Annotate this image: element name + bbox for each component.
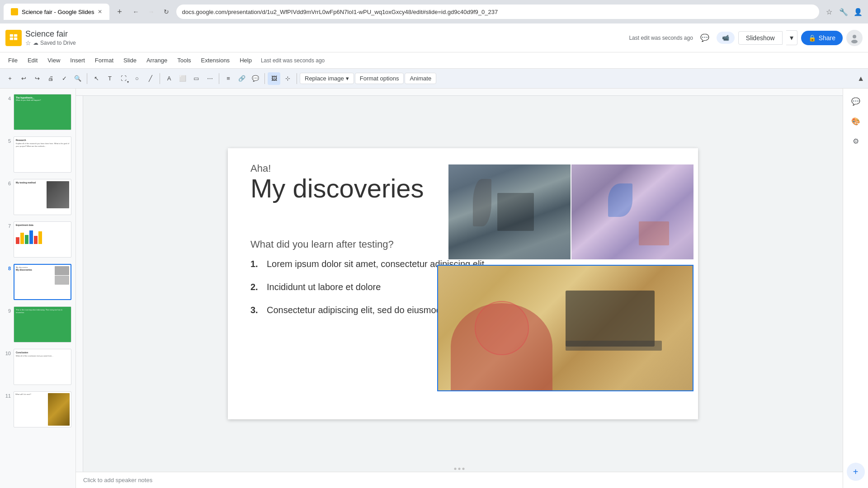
add-sidebar-button[interactable]: +	[847, 463, 865, 481]
last-edit-menu: Last edit was seconds ago	[261, 57, 325, 64]
slide-thumb-5[interactable]: 5 Research Explain all of the research y…	[2, 135, 74, 174]
menu-format[interactable]: Format	[90, 55, 118, 66]
slide-num-10: 10	[4, 351, 11, 356]
tab-title: Science fair - Google Slides	[22, 9, 94, 15]
image-bottom-selected[interactable]	[437, 265, 693, 391]
link-tool[interactable]: 🔗	[236, 72, 248, 85]
undo-button[interactable]: ↩	[17, 72, 30, 85]
animate-button[interactable]: Animate	[405, 73, 436, 84]
bookmark-icon[interactable]: ☆	[823, 5, 835, 18]
slide-canvas[interactable]: Aha! My discoveries What did you learn a…	[228, 148, 698, 419]
separator-2	[160, 73, 160, 84]
browser-tab[interactable]: Science fair - Google Slides ✕	[4, 4, 109, 20]
shapes-tool[interactable]: ○	[131, 72, 143, 85]
share-label: Share	[819, 34, 835, 42]
browser-chrome: Science fair - Google Slides ✕ + ← → ↻ d…	[0, 0, 868, 23]
slide-thumb-10[interactable]: 10 Conclusion Write all of the conclusio…	[2, 347, 74, 387]
text-tool[interactable]: T	[104, 72, 116, 85]
saved-status: Saved to Drive	[40, 40, 76, 46]
meet-button[interactable]: 📹	[717, 32, 735, 44]
crop-tool[interactable]: ⊹	[281, 72, 294, 85]
slide-thumb-9[interactable]: 9 This is the most important takeaway. T…	[2, 305, 74, 344]
add-button[interactable]: +	[4, 72, 16, 85]
forward-button[interactable]: →	[145, 5, 157, 18]
slideshow-button[interactable]: Slideshow	[738, 31, 783, 45]
menu-extensions[interactable]: Extensions	[197, 55, 235, 66]
slide-thumb-11[interactable]: 11 What will I do next?	[2, 389, 74, 429]
redo-button[interactable]: ↪	[31, 72, 43, 85]
replace-image-button[interactable]: Replace image ▾	[300, 73, 354, 84]
menu-file[interactable]: File	[4, 55, 22, 66]
collapse-toolbar-button[interactable]: ▲	[857, 75, 864, 83]
avatar[interactable]	[846, 30, 863, 46]
canvas-container[interactable]: Aha! My discoveries What did you learn a…	[76, 96, 843, 472]
zoom-button[interactable]: 🔍	[71, 72, 84, 85]
reload-button[interactable]: ↻	[160, 5, 173, 18]
print-button[interactable]: 🖨	[44, 72, 57, 85]
close-icon[interactable]: ✕	[98, 9, 102, 15]
font-color-tool[interactable]: A	[163, 72, 175, 85]
app-icon	[5, 30, 22, 46]
profile-icon[interactable]: 👤	[852, 5, 864, 18]
lines-tool[interactable]: ╱	[144, 72, 157, 85]
extension-icon[interactable]: 🔧	[837, 5, 850, 18]
border-tool[interactable]: ▭	[190, 72, 203, 85]
slide-thumb-8[interactable]: 8 My discoveries My discoveries	[2, 262, 74, 302]
browser-actions: ☆ 🔧 👤	[823, 5, 864, 18]
replace-image-chevron: ▾	[346, 75, 349, 82]
tab-favicon	[11, 8, 18, 15]
menu-arrange[interactable]: Arrange	[142, 55, 172, 66]
menu-insert[interactable]: Insert	[66, 55, 90, 66]
star-icon[interactable]: ☆	[25, 39, 31, 47]
image-tool[interactable]: ⛶ ▾	[117, 72, 130, 85]
new-tab-button[interactable]: +	[113, 5, 126, 18]
comment-tool[interactable]: 💬	[249, 72, 262, 85]
slide-num-8: 8	[4, 266, 11, 271]
menu-tools[interactable]: Tools	[173, 55, 195, 66]
slide-preview-4: The hypothesis... What do you think will…	[14, 94, 71, 130]
svg-rect-1	[14, 34, 17, 37]
comment-sidebar-button[interactable]: 💬	[847, 92, 865, 110]
menu-edit[interactable]: Edit	[23, 55, 42, 66]
slide-num-6: 6	[4, 181, 11, 186]
menu-help[interactable]: Help	[235, 55, 256, 66]
slides-panel[interactable]: 4 The hypothesis... What do you think wi…	[0, 89, 76, 488]
slide-thumb-6[interactable]: 6 My testing method	[2, 177, 74, 217]
menu-view[interactable]: View	[43, 55, 65, 66]
settings-sidebar-button[interactable]: ⚙	[847, 132, 865, 150]
slideshow-dropdown-button[interactable]: ▾	[786, 30, 797, 45]
app-title[interactable]: Science fair	[25, 29, 76, 39]
cursor-tool[interactable]: ↖	[90, 72, 103, 85]
align-left-tool[interactable]: ≡	[222, 72, 235, 85]
background-tool[interactable]: ⬜	[176, 72, 189, 85]
image-top-left[interactable]	[448, 164, 571, 259]
palette-sidebar-button[interactable]: 🎨	[847, 112, 865, 130]
comments-button[interactable]: 💬	[697, 30, 713, 46]
notes-placeholder[interactable]: Click to add speaker notes	[83, 477, 152, 483]
app-title-area: Science fair ☆ ☁ Saved to Drive	[25, 29, 76, 47]
back-button[interactable]: ←	[129, 5, 142, 18]
image-context-tool[interactable]: 🖼	[268, 72, 280, 85]
slide-num-7: 7	[4, 223, 11, 229]
share-button[interactable]: 🔒 Share	[801, 31, 843, 45]
svg-rect-2	[10, 38, 13, 40]
slide-main-title[interactable]: My discoveries	[250, 173, 424, 203]
toolbar: + ↩ ↪ 🖨 ✓ 🔍 ↖ T ⛶ ▾ ○ ╱ A ⬜ ▭ ⋯ ≡ 🔗 💬 🖼 …	[0, 69, 868, 89]
slide-thumb-7[interactable]: 7 Experiment data	[2, 220, 74, 259]
address-bar[interactable]: docs.google.com/presentation/d/1u2_WfPIV…	[176, 5, 819, 19]
format-options-button[interactable]: Format options	[355, 73, 404, 84]
cloud-icon[interactable]: ☁	[33, 40, 38, 46]
title-actions: ☆ ☁ Saved to Drive	[25, 39, 76, 47]
slide-num-11: 11	[4, 393, 11, 399]
svg-point-5	[853, 35, 856, 38]
slide-thumb-4[interactable]: 4 The hypothesis... What do you think wi…	[2, 92, 74, 132]
slide-preview-6: My testing method	[14, 179, 71, 215]
menu-slide[interactable]: Slide	[119, 55, 141, 66]
separator-5	[297, 73, 297, 84]
slide-preview-10: Conclusion Write all of the conclusion t…	[14, 349, 71, 385]
image-top-right[interactable]	[571, 164, 693, 259]
spell-check-button[interactable]: ✓	[58, 72, 71, 85]
last-edit-text: Last edit was seconds ago	[629, 35, 693, 41]
more-tool[interactable]: ⋯	[203, 72, 216, 85]
notes-bar[interactable]: Click to add speaker notes	[76, 472, 843, 488]
